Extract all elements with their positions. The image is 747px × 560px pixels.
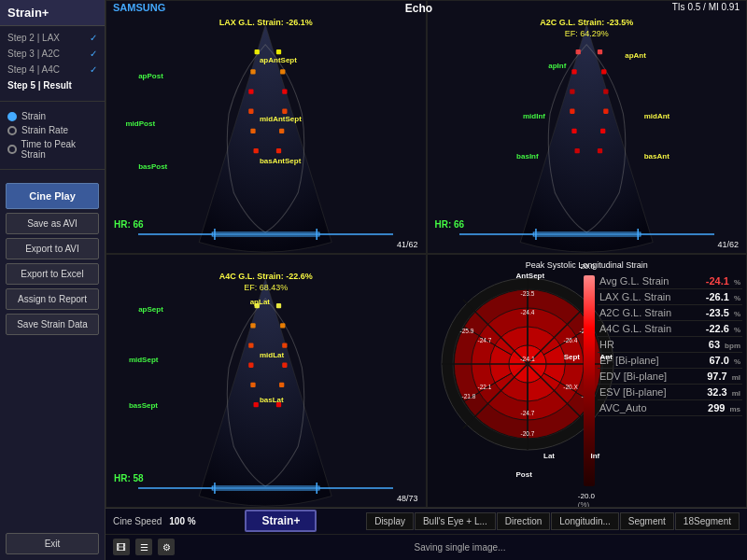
a2c-hr: HR: 66 [435,219,465,230]
svg-rect-9 [282,109,287,114]
save-avi-button[interactable]: Save as AVI [6,213,99,234]
main-area: Strain+ Step 2 | LAX ✓ Step 3 | A2C ✓ St… [0,0,747,560]
stat-a4c-gl: A4C G.L. Strain -22.6 % [598,321,742,337]
tab-segment[interactable]: Segment [620,512,674,530]
a4c-midsept: midSept [129,356,159,364]
strain-plus-button[interactable]: Strain+ [245,510,317,532]
sidebar-options: Strain Strain Rate Time to Peak Strain [0,105,105,165]
step-lax-check: ✓ [90,33,97,43]
svg-rect-3 [248,109,253,114]
a2c-midant: midAnt [644,112,670,120]
echo-area: SAMSUNG Echo TIs 0.5 / MI 0.91 LAX G.L. … [106,0,747,508]
a2c-apant: apAnt [625,51,646,60]
a2c-basinf: basInf [516,152,539,161]
svg-rect-24 [603,89,608,93]
tab-18segment[interactable]: 18Segment [675,512,740,530]
tab-direction[interactable]: Direction [497,512,550,530]
scale-bottom-value: -20.0(%) [578,492,595,508]
option-time-to-peak[interactable]: Time to Peak Strain [7,137,97,161]
tab-longitudinal[interactable]: Longitudin... [551,512,619,530]
option-strain[interactable]: Strain [7,109,97,123]
a2c-waveform [459,229,714,240]
stat-avg-gl-value: -24.1 % [706,275,740,287]
time-peak-radio[interactable] [7,145,17,154]
sidebar-step-result[interactable]: Step 5 | Result [0,77,105,93]
strain-rate-label: Strain Rate [21,125,68,135]
svg-rect-26 [600,129,605,133]
list-icon[interactable]: ☰ [135,539,152,555]
lax-title: LAX G.L. Strain: -26.1% [219,18,313,27]
sidebar-step-a2c[interactable]: Step 3 | A2C ✓ [0,46,105,62]
cine-speed-value: 100 % [169,516,195,526]
lax-ultrasound [106,15,426,254]
stat-edv: EDV [Bi-plane] 97.7 ml [598,369,742,385]
save-strain-button[interactable]: Save Strain Data [6,314,99,335]
lax-hr: HR: 66 [114,219,144,230]
saving-area: Saving single image... [180,542,740,553]
sidebar-step-lax[interactable]: Step 2 | LAX ✓ [0,30,105,46]
a2c-midinf: midInf [523,112,545,120]
step-a2c-check: ✓ [90,49,97,59]
bottom-bar: Cine Speed 100 % Strain+ Display Bull's … [106,508,747,560]
svg-rect-2 [248,89,253,93]
quadrant-polar: Peak Systolic Longitudinal Strain 20.0 -… [427,254,748,508]
tab-bulls-eye[interactable]: Bull's Eye + L... [415,512,496,530]
lax-basantsept: basAntSept [260,157,301,165]
lax-appost: apPost [138,72,163,80]
svg-text:-23.5: -23.5 [520,290,534,297]
stat-ef: EF [Bi-plane] 67.0 % [598,353,742,369]
svg-rect-7 [280,69,285,74]
a4c-ef: EF: 68.43% [244,283,288,292]
strain-rate-radio[interactable] [7,126,17,135]
tab-display[interactable]: Display [366,512,414,530]
svg-rect-42 [279,383,284,387]
stats-panel: Avg G.L. Strain -24.1 % LAX G.L. Strain … [598,273,742,416]
a2c-ultrasound [428,15,747,254]
lax-baspost: basPost [138,162,167,171]
stat-a2c-label: A2C G.L. Strain [599,307,671,318]
a4c-midlat: midLat [260,351,284,359]
sidebar-exit: Exit [0,527,105,560]
svg-rect-33 [250,323,255,328]
cine-speed-label: Cine Speed [113,516,162,526]
cine-play-button[interactable]: Cine Play [6,183,99,209]
a2c-ef: EF: 64.29% [565,29,609,38]
svg-rect-41 [282,363,287,368]
svg-rect-27 [597,148,601,153]
export-avi-button[interactable]: Export to AVI [6,238,99,259]
svg-rect-36 [250,383,255,387]
saving-text: Saving single image... [415,542,506,553]
stat-a4c-label: A4C G.L. Strain [599,323,671,334]
step-result-label: Step 5 | Result [7,80,72,91]
svg-text:-25.9: -25.9 [459,328,473,334]
scale-unit: (%) [578,500,589,508]
settings-icon[interactable]: ⚙ [158,539,175,555]
sidebar-steps: Step 2 | LAX ✓ Step 3 | A2C ✓ Step 4 | A… [0,26,105,97]
stat-lax-label: LAX G.L. Strain [599,291,670,302]
sidebar-buttons: Cine Play Save as AVI Export to AVI Expo… [0,177,105,341]
svg-text:-24.1: -24.1 [520,356,535,362]
polar-label-lat: Lat [543,452,555,460]
bottom-top-row: Cine Speed 100 % Strain+ Display Bull's … [106,509,747,535]
film-icon[interactable]: 🎞 [113,539,130,555]
svg-text:-26.4: -26.4 [563,337,577,343]
svg-text:-20.X: -20.X [563,384,578,390]
a2c-apinf: apInf [548,62,566,70]
svg-rect-37 [254,402,259,407]
svg-rect-20 [571,129,576,133]
strain-radio[interactable] [7,112,17,121]
lax-midantsept: midAntSept [260,115,302,123]
option-strain-rate[interactable]: Strain Rate [7,123,97,137]
a2c-title: A2C G.L. Strain: -23.5% [540,18,633,27]
stat-avc-value: 299 ms [708,402,740,413]
lax-apantsept: apAntSept [260,56,297,64]
a4c-aplat: apLat [250,298,270,306]
svg-rect-40 [282,343,287,347]
svg-text:-24.7: -24.7 [477,337,491,343]
stat-avc: AVC_Auto 299 ms [598,400,742,416]
export-excel-button[interactable]: Export to Excel [6,263,99,285]
lax-midpost: midPost [125,119,155,128]
assign-report-button[interactable]: Assign to Report [6,288,99,310]
exit-button[interactable]: Exit [6,533,99,554]
sidebar-step-a4c[interactable]: Step 4 | A4C ✓ [0,62,105,77]
